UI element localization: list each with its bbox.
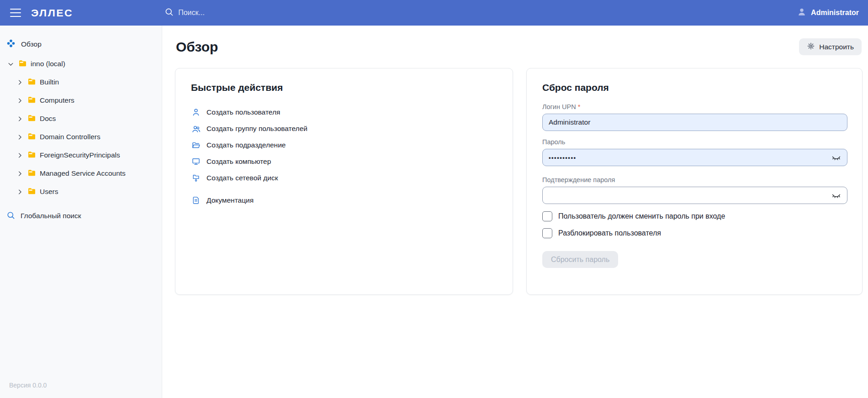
eye-closed-icon[interactable] [831,153,841,162]
action-create-organizational-unit[interactable]: Создать подразделение [191,137,497,153]
login-upn-input[interactable] [542,114,847,131]
chevron-right-icon[interactable] [16,79,24,86]
checkbox-row-change-password[interactable]: Пользователь должен сменить пароль при в… [542,211,847,221]
tree-node-label: Users [40,188,58,196]
password-input[interactable] [542,149,847,166]
confirm-password-input[interactable] [542,187,847,204]
sidebar: Обзор inno (local) [0,26,162,398]
app-version: Версия 0.0.0 [0,382,162,398]
tree-node-label: Builtin [40,78,59,86]
document-icon [191,196,201,205]
page-title: Обзор [176,39,218,55]
chevron-right-icon[interactable] [16,170,24,177]
configure-button[interactable]: Настроить [799,38,862,55]
user-name: Administrator [811,9,859,17]
tree-node-users[interactable]: Users [0,183,162,201]
user-avatar-icon [797,7,807,19]
network-drive-icon [191,173,201,183]
action-documentation[interactable]: Документация [191,192,497,209]
folder-icon [18,59,27,69]
chevron-down-icon[interactable] [6,61,15,68]
monitor-icon [191,157,201,166]
directory-tree: inno (local) Builtin Computers [0,55,162,201]
action-label: Документация [206,196,254,204]
app-logo: ЭЛЛЕС [31,7,73,19]
folder-icon [27,187,36,197]
folder-icon [27,132,36,142]
reset-password-button[interactable]: Сбросить пароль [542,251,618,268]
action-label: Создать группу пользователей [206,125,307,133]
folder-icon [27,150,36,161]
tree-node-label: Managed Service Accounts [40,169,126,178]
open-folder-icon [191,141,201,150]
topbar-search[interactable] [164,7,324,18]
user-menu[interactable]: Administrator [797,7,859,19]
tree-node-docs[interactable]: Docs [0,110,162,128]
action-create-user[interactable]: Создать пользователя [191,104,497,120]
confirm-password-label: Подтверждение пароля [542,176,847,183]
tree-node-foreign-security-principals[interactable]: ForeignSecurityPrincipals [0,146,162,164]
folder-icon [27,168,36,179]
checkbox-label: Разблокировать пользователя [558,229,661,237]
search-icon [6,211,15,221]
reset-password-title: Сброс пароля [542,82,847,93]
apps-clover-icon [6,39,16,50]
main-content: Обзор Настроить Быстрые действия [162,26,868,398]
folder-icon [27,114,36,124]
tree-node-managed-service-accounts[interactable]: Managed Service Accounts [0,164,162,183]
action-label: Создать компьютер [206,157,271,166]
menu-icon[interactable] [10,9,21,17]
action-create-computer[interactable]: Создать компьютер [191,153,497,170]
unlock-user-checkbox[interactable] [542,228,552,238]
sidebar-item-label: Глобальный поиск [21,212,81,220]
quick-actions-card: Быстрые действия Создать пользователя [175,68,513,295]
tree-node-builtin[interactable]: Builtin [0,73,162,91]
action-create-network-drive[interactable]: Создать сетевой диск [191,170,497,186]
folder-icon [27,77,36,88]
eye-closed-icon[interactable] [831,191,841,200]
action-label: Создать подразделение [206,141,286,149]
quick-actions-title: Быстрые действия [191,82,497,93]
configure-button-label: Настроить [819,43,854,51]
tree-node-label: Computers [40,96,74,105]
tree-node-label: Docs [40,115,56,123]
tree-node-computers[interactable]: Computers [0,91,162,110]
users-group-icon [191,124,201,134]
search-input[interactable] [178,9,324,17]
gear-icon [807,42,815,52]
user-icon [191,108,201,117]
login-upn-label: Логин UPN * [542,103,847,110]
tree-node-domain-controllers[interactable]: Domain Controllers [0,128,162,146]
chevron-right-icon[interactable] [16,97,24,104]
checkbox-label: Пользователь должен сменить пароль при в… [558,212,725,220]
required-mark: * [578,103,581,110]
password-label: Пароль [542,138,847,146]
checkbox-row-unlock-user[interactable]: Разблокировать пользователя [542,228,847,238]
sidebar-item-overview[interactable]: Обзор [0,36,162,53]
action-create-group[interactable]: Создать группу пользователей [191,120,497,137]
top-bar: ЭЛЛЕС Administrator [0,0,868,26]
action-label: Создать пользователя [206,108,280,116]
reset-password-card: Сброс пароля Логин UPN * Пароль [526,68,863,295]
change-password-checkbox[interactable] [542,211,552,221]
action-label: Создать сетевой диск [206,174,278,182]
sidebar-item-global-search[interactable]: Глобальный поиск [0,207,162,225]
tree-node-label: inno (local) [31,60,65,68]
folder-icon [27,95,36,106]
tree-node-root[interactable]: inno (local) [0,55,162,73]
chevron-right-icon[interactable] [16,115,24,122]
tree-node-label: Domain Controllers [40,133,101,141]
chevron-right-icon[interactable] [16,152,24,159]
search-icon [164,7,174,18]
chevron-right-icon[interactable] [16,134,24,141]
sidebar-item-label: Обзор [21,40,42,48]
tree-node-label: ForeignSecurityPrincipals [40,151,120,159]
chevron-right-icon[interactable] [16,189,24,195]
